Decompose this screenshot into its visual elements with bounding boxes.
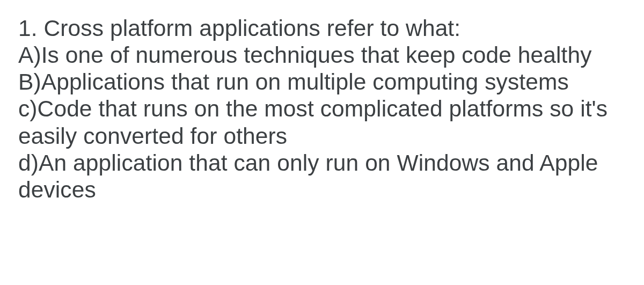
option-label: c) (18, 96, 38, 121)
option-a: A)Is one of numerous techniques that kee… (18, 42, 626, 69)
question-prompt: 1. Cross platform applications refer to … (18, 15, 626, 42)
option-text: Applications that run on multiple comput… (41, 69, 569, 94)
question-block: 1. Cross platform applications refer to … (0, 0, 644, 203)
option-c: c)Code that runs on the most complicated… (18, 96, 626, 149)
question-text: Cross platform applications refer to wha… (44, 16, 461, 41)
option-label: d) (18, 150, 39, 176)
option-b: B)Applications that run on multiple comp… (18, 69, 626, 96)
option-text: An application that can only run on Wind… (18, 150, 598, 202)
question-number: 1. (18, 16, 38, 41)
option-text: Is one of numerous techniques that keep … (41, 42, 592, 68)
option-label: B) (18, 69, 41, 94)
option-d: d)An application that can only run on Wi… (18, 150, 626, 203)
option-label: A) (18, 42, 41, 68)
option-text: Code that runs on the most complicated p… (18, 96, 608, 148)
